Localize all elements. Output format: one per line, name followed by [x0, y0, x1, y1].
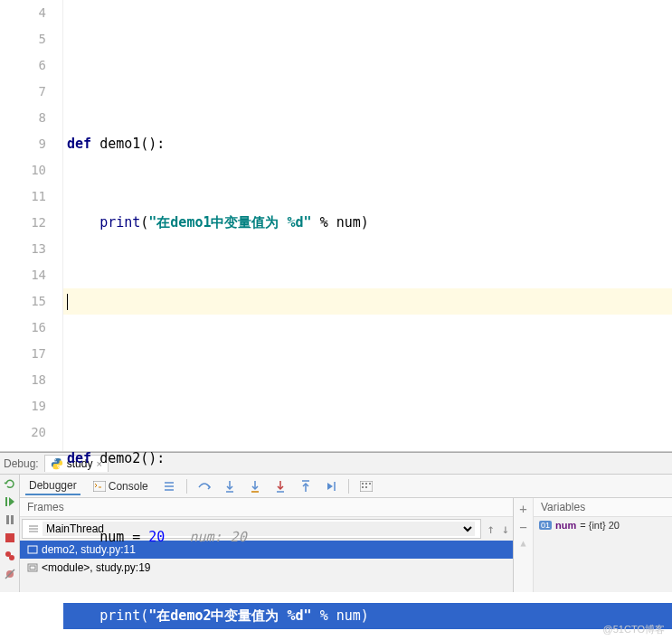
watermark: @51CTO博客 [603, 623, 665, 636]
svg-point-7 [9, 555, 14, 560]
svg-rect-3 [6, 515, 9, 524]
code-editor[interactable]: 456 789 101112 131415 161718 1920 def de… [0, 0, 672, 452]
stop-button[interactable] [3, 531, 17, 545]
mute-breakpoints-button[interactable] [3, 567, 17, 581]
line-gutter: 456 789 101112 131415 161718 1920 [0, 0, 63, 451]
pause-button[interactable] [3, 513, 17, 527]
svg-rect-2 [5, 497, 7, 506]
svg-rect-33 [28, 546, 37, 553]
svg-point-0 [54, 459, 55, 460]
view-breakpoints-button[interactable] [3, 549, 17, 563]
svg-rect-35 [30, 566, 35, 569]
frame-icon [27, 562, 38, 573]
frame-icon [27, 544, 38, 555]
svg-rect-4 [11, 515, 14, 524]
thread-icon [28, 523, 39, 534]
rerun-button[interactable] [3, 476, 17, 491]
execution-line[interactable]: print("在demo2中变量值为 %d" % num) [63, 603, 672, 629]
debug-side-toolbar [0, 475, 20, 592]
code-area[interactable]: def demo1(): print("在demo1中变量值为 %d" % nu… [63, 0, 672, 451]
resume-button[interactable] [3, 494, 17, 509]
current-line[interactable] [63, 288, 672, 315]
python-icon [51, 457, 63, 470]
svg-point-1 [58, 467, 59, 468]
svg-rect-5 [5, 533, 14, 542]
debug-label: Debug: [4, 457, 39, 470]
